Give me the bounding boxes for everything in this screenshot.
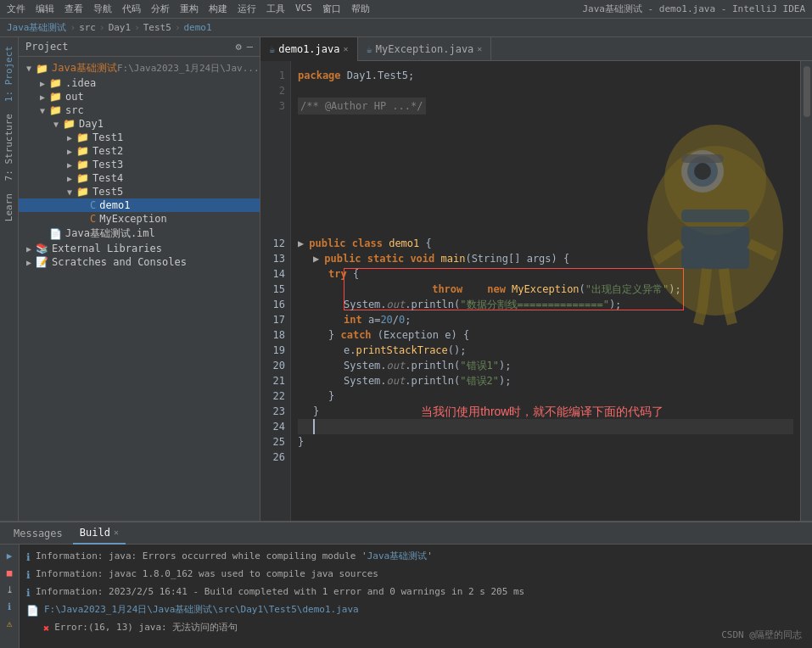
expand-idea-icon: ▶ [36,79,49,88]
expand-out-icon: ▶ [36,92,49,102]
menu-bar: 文件 编辑 查看 导航 代码 分析 重构 构建 运行 工具 VCS 窗口 帮助 [7,3,370,15]
line-num-8 [260,175,285,190]
menu-tools[interactable]: 工具 [266,3,285,15]
tree-item-out[interactable]: ▶ 📁 out [19,90,260,103]
bottom-panel-inner: ▶ ■ ⤓ ℹ ⚠ ℹ Information: java: Errors oc… [0,545,812,648]
sidebar-minimize-icon[interactable]: — [247,41,253,53]
tree-label-src: src [65,104,84,116]
line-num-11 [260,221,285,236]
tree-item-src[interactable]: ▼ 📁 src [19,103,260,117]
tree-item-scratches[interactable]: ▶ 📝 Scratches and Consoles [19,255,260,269]
editor-area: ☕ demo1.java ✕ ☕ MyException.java ✕ 1 2 … [260,37,812,521]
code-content[interactable]: package Day1.Test5; /** @Author HP ...*/ [291,61,800,521]
menu-edit[interactable]: 编辑 [36,3,54,15]
sep4: › [175,22,181,33]
demo1-tab-close[interactable]: ✕ [343,44,348,53]
menu-file[interactable]: 文件 [7,3,25,15]
menu-run[interactable]: 运行 [238,3,256,15]
tree-item-test2[interactable]: ▶ 📁 Test2 [19,144,260,158]
tree-label-test5: Test5 [92,186,123,198]
tree-item-idea[interactable]: ▶ 📁 .idea [19,76,260,90]
project-sidebar: Project ⚙ — ▼ 📁 Java基础测试 F:\Java2023_1月2… [19,37,260,521]
code-line-4 [298,114,793,129]
code-line-20: System.out.println("错误1"); [298,358,793,373]
menu-refactor[interactable]: 重构 [180,3,199,15]
line-num-26: 26 [260,450,285,465]
tree-item-myexception[interactable]: C MyException [19,212,260,226]
tab-myexception[interactable]: ☕ MyException.java ✕ [358,37,492,61]
breadcrumb-test5[interactable]: Test5 [143,22,171,33]
code-line-10 [298,205,793,221]
menu-vcs[interactable]: VCS [295,3,312,15]
tree-item-root[interactable]: ▼ 📁 Java基础测试 F:\Java2023_1月24日\Jav... [19,60,260,76]
code-line-17: int a=20/0; [298,312,793,327]
code-line-19: e.printStackTrace(); [298,343,793,358]
info-icon-1: ℹ [26,550,31,564]
line-num-3: 3 [260,98,285,114]
tree-item-day1[interactable]: ▼ 📁 Day1 [19,117,260,131]
line-num-5 [260,129,285,144]
code-line-25: } [298,434,793,450]
myexception-tab-close[interactable]: ✕ [477,44,482,53]
breadcrumb-src[interactable]: src [79,22,96,33]
expand-root-icon: ▼ [22,64,36,73]
line-num-14: 14 [260,266,285,282]
tree-item-iml[interactable]: 📄 Java基础测试.iml [19,226,260,242]
tab-demo1[interactable]: ☕ demo1.java ✕ [260,37,358,61]
breadcrumb-project[interactable]: Java基础测试 [7,21,67,34]
menu-window[interactable]: 窗口 [322,3,341,15]
demo1-java-icon: C [90,199,96,211]
menu-code[interactable]: 代码 [122,3,141,15]
myexception-tab-label: MyException.java [376,43,474,55]
code-line-16: System.out.println("数据分割线=============="… [298,297,793,312]
code-line-5 [298,129,793,144]
tree-label-test2: Test2 [92,145,123,157]
demo1-tab-icon: ☕ [269,43,275,55]
bottom-panel: Messages Build ✕ ▶ ■ ⤓ ℹ ⚠ ℹ Information… [0,521,812,648]
breadcrumb-demo1[interactable]: demo1 [184,22,212,33]
stop-button[interactable]: ■ [2,565,17,580]
tree-label-iml: Java基础测试.iml [65,226,155,241]
breadcrumb-day1[interactable]: Day1 [109,22,132,33]
sidebar-header: Project ⚙ — [19,37,260,57]
code-line-13: ▶ public static void main(String[] args)… [298,251,793,266]
test3-folder-icon: 📁 [76,159,89,170]
line-num-20: 20 [260,358,285,373]
bottom-tab-build[interactable]: Build ✕ [73,522,126,545]
build-tab-close[interactable]: ✕ [114,528,119,537]
tree-item-test4[interactable]: ▶ 📁 Test4 [19,171,260,185]
tree-item-demo1[interactable]: C demo1 [19,198,260,212]
tab-learn[interactable]: Learn [2,188,16,226]
code-line-18: } catch (Exception e) { [298,327,793,343]
menu-navigate[interactable]: 导航 [93,3,112,15]
test1-folder-icon: 📁 [76,131,89,143]
code-line-21: System.out.println("错误2"); [298,373,793,388]
tree-item-ext-libs[interactable]: ▶ 📚 External Libraries [19,242,260,255]
editor-tabs: ☕ demo1.java ✕ ☕ MyException.java ✕ [260,37,812,61]
idea-folder-icon: 📁 [49,77,62,89]
info-button[interactable]: ℹ [2,599,17,614]
tree-item-test3[interactable]: ▶ 📁 Test3 [19,158,260,171]
line-num-15: 15 [260,282,285,297]
warning-button[interactable]: ⚠ [2,616,17,631]
build-msg-file-path[interactable]: F:\Java2023_1月24日\Java基础测试\src\Day1\Test… [44,603,359,617]
bottom-tab-messages[interactable]: Messages [7,522,70,545]
menu-view[interactable]: 查看 [64,3,83,15]
tree-label-idea: .idea [65,77,96,89]
scroll-end-button[interactable]: ⤓ [2,582,17,597]
tree-item-test1[interactable]: ▶ 📁 Test1 [19,131,260,144]
expand-test3-icon: ▶ [63,160,76,170]
sidebar-settings-icon[interactable]: ⚙ [236,41,242,53]
code-line-9 [298,190,793,205]
menu-help[interactable]: 帮助 [351,3,370,15]
tree-item-test5[interactable]: ▼ 📁 Test5 [19,185,260,198]
tab-project[interactable]: 1: Project [2,41,16,107]
ext-libs-icon: 📚 [36,243,48,254]
line-num-13: 13 [260,251,285,266]
run-button[interactable]: ▶ [2,548,17,563]
tree-label-ext-libs: External Libraries [52,243,162,254]
menu-analyze[interactable]: 分析 [151,3,170,15]
code-line-8 [298,175,793,190]
tab-structure[interactable]: 7: Structure [2,109,16,186]
menu-build[interactable]: 构建 [209,3,227,15]
